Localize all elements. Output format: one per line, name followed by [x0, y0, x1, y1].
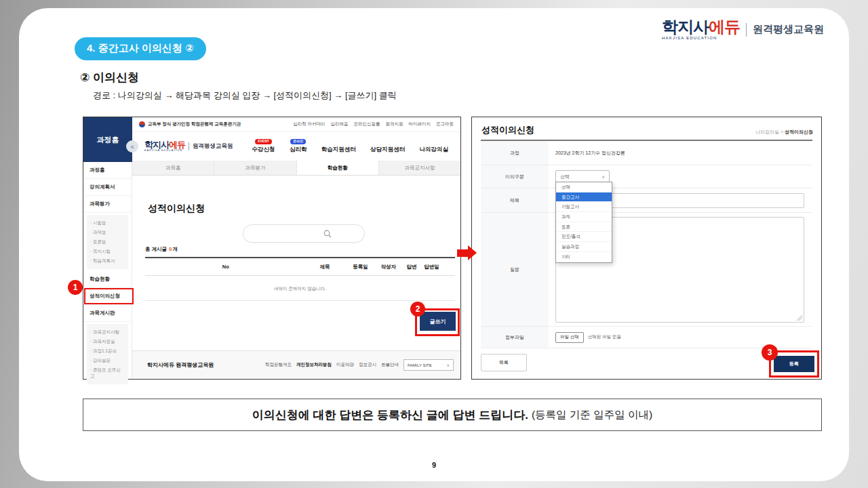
dropdown-option[interactable]: 선택 [556, 182, 612, 192]
brand-name-part2: 에듀 [709, 18, 740, 36]
utility-link[interactable]: 심리학 아카데미 [293, 121, 325, 127]
resize-handle-icon[interactable] [797, 315, 802, 321]
chevron-down-icon: ∨ [602, 174, 605, 179]
footer-brand: 학지사에듀 원격평생교육원 [147, 361, 214, 369]
course-value: 2023년 2학기 12기수 정신건강론 [549, 150, 812, 157]
footer-link[interactable]: 이용약관 [336, 362, 354, 368]
sidebar-subitem[interactable]: 학습계획서 [90, 256, 125, 266]
sidebar-subitem[interactable]: 쪽지시험 [90, 247, 125, 256]
course-tab[interactable]: 과목홈 [132, 161, 214, 175]
utility-link[interactable]: 로그아웃 [436, 121, 454, 127]
post-count-number: 0 [169, 246, 172, 252]
utility-link[interactable]: 원격지원 [386, 121, 403, 127]
main-nav: EVENT 수강신청 온라인 심리학 학습지원센터 [252, 139, 449, 154]
annotation-box-1 [84, 288, 134, 304]
dropdown-option[interactable]: 기타 [556, 252, 612, 262]
empty-row: 내역이 존재하지 않습니다. [145, 276, 455, 301]
post-count: 총 게시글 0개 [145, 246, 178, 253]
table-header-cell: 제목 [307, 264, 344, 270]
search-input[interactable] [243, 224, 365, 243]
category-label: 이의구분 [481, 165, 549, 188]
logo-divider [746, 23, 747, 37]
site-footer: 학지사에듀 원격평생교육원 학점은행개요개인정보처리방침이용약관정보공시환불안내… [132, 350, 460, 379]
footer-link[interactable]: 개인정보처리방침 [296, 362, 332, 368]
dropdown-option[interactable]: 실습과정 [556, 242, 612, 252]
search-icon [323, 230, 332, 238]
dropdown-option[interactable]: 진도/출석 [556, 232, 612, 242]
file-select-button[interactable]: 파일 선택 [555, 332, 584, 343]
breadcrumb-parent[interactable]: 나의강의실 [755, 129, 779, 134]
course-tab[interactable]: 과목평가 [214, 161, 296, 175]
form-title: 성적이의신청 [481, 124, 534, 136]
nav-label: 수강신청 [252, 146, 275, 154]
nav-label: 심리학 [290, 146, 307, 154]
nav-label: 상담지원센터 [370, 146, 405, 154]
course-tab[interactable]: 학습현황 [297, 161, 379, 175]
table-header-row: No제목등록일작성자답변답변일 [145, 258, 455, 276]
site-header: « 학지사에듀 HAKJISA EDUCATION 원격평생교육원 EVENT … [132, 132, 460, 161]
nav-item[interactable]: 나의강의실 [420, 146, 449, 154]
brand-division: 원격평생교육원 [753, 23, 824, 36]
page-number: 9 [19, 461, 849, 469]
brand-logo-text: 학지사에듀 HAKJISA EDUCATION [662, 19, 740, 40]
collapse-button[interactable]: « [126, 140, 138, 152]
utility-link[interactable]: 온라인쇼핑몰 [354, 121, 380, 127]
form-row-title: 제목 [481, 188, 812, 213]
nav-item[interactable]: 상담지원센터 [370, 146, 405, 154]
table-header-cell: 답변 [399, 264, 425, 270]
board-title: 성적이의신청 [148, 203, 205, 215]
family-site-select[interactable]: FAMILY SITE ∨ [403, 359, 454, 371]
nav-item[interactable]: 학습지원센터 [321, 146, 356, 154]
utility-link[interactable]: 심리채움 [331, 121, 349, 127]
sidebar-subitem[interactable]: 시험방 [90, 218, 125, 228]
nav-item[interactable]: 온라인 심리학 [290, 139, 307, 154]
sidebar-subitem[interactable]: 과정1:1문의 [90, 346, 125, 356]
annotation-step-2: 2 [410, 302, 425, 317]
sidebar-item-board[interactable]: 과목게시판 [83, 305, 132, 322]
sidebar-subitem[interactable]: 과목자료실 [90, 337, 125, 346]
dropdown-option[interactable]: 중간고사 [556, 192, 612, 203]
dropdown-option[interactable]: 토론 [556, 222, 612, 232]
table-header-cell: No [145, 264, 307, 270]
course-sidebar: 과정홈강의계획서과목평가 시험방과제방토론방쪽지시험학습계획서 학습현황 성적이… [83, 162, 132, 379]
brand-name-part1: 학지사 [662, 18, 709, 36]
sidebar-item[interactable]: 강의계획서 [83, 179, 132, 196]
chevron-down-icon: ∨ [447, 363, 450, 367]
category-dropdown: 선택중간고사기말고사과제토론진도/출석실습과정기타 [555, 182, 612, 263]
nav-item[interactable]: EVENT 수강신청 [252, 139, 275, 154]
course-tab[interactable]: 과목공지사항 [379, 161, 460, 175]
brand-logo: 학지사에듀 HAKJISA EDUCATION 원격평생교육원 [662, 19, 824, 40]
footer-link[interactable]: 학점은행개요 [265, 362, 292, 368]
sidebar-subitem[interactable]: 과제방 [90, 228, 125, 237]
board-content: 성적이의신청 총 게시글 0개 No제목등록일작성자답변답변일 내역이 존재하지… [132, 176, 460, 350]
site-logo[interactable]: 학지사에듀 HAKJISA EDUCATION 원격평생교육원 [144, 140, 233, 152]
objection-form-screenshot: 성적이의신청 나의강의실 > 성적이의신청 과정 2023년 2학기 12기수 … [471, 117, 822, 380]
sidebar-item-status[interactable]: 학습현황 [83, 271, 132, 288]
sidebar-item[interactable]: 과정홈 [83, 162, 132, 179]
notice-bold-text: 이의신청에 대한 답변은 등록하신 글에 답변 드립니다. [252, 407, 528, 423]
sidebar-subitem[interactable]: 콘텐츠 오류신고 [90, 365, 125, 381]
sidebar-subitem[interactable]: 과목공지사항 [90, 327, 125, 337]
nav-label: 나의강의실 [420, 146, 449, 154]
nav-label: 학습지원센터 [321, 146, 356, 154]
footer-link[interactable]: 정보공시 [359, 362, 376, 368]
sidebar-group-board: 과목공지사항과목자료실과정1:1문의강의설문콘텐츠 오류신고 [87, 324, 128, 384]
file-status-text: 선택된 파일 없음 [588, 334, 621, 340]
annotation-step-3: 3 [762, 344, 778, 361]
sidebar-subitem[interactable]: 토론방 [90, 237, 125, 247]
sidebar-subitem[interactable]: 강의설문 [90, 356, 125, 365]
dropdown-option[interactable]: 과제 [556, 212, 612, 222]
utility-link[interactable]: 마이페이지 [409, 121, 431, 127]
utility-links: 심리학 아카데미심리채움온라인쇼핑몰원격지원마이페이지로그아웃 [293, 121, 454, 127]
file-label: 첨부파일 [481, 327, 549, 348]
sidebar-group-evaluation: 시험방과제방토론방쪽지시험학습계획서 [87, 215, 128, 269]
notice-normal-text: (등록일 기준 일주일 이내) [532, 408, 652, 422]
list-button[interactable]: 목록 [481, 354, 527, 371]
form-row-category: 이의구분 선택 ∨ [481, 165, 812, 188]
course-tabs: 과목홈과목평가학습현황과목공지사항 [132, 161, 460, 176]
course-home-block: 과정홈 [83, 117, 132, 162]
dropdown-option[interactable]: 기말고사 [556, 202, 612, 212]
footer-link[interactable]: 환불안내 [381, 362, 399, 368]
sidebar-item[interactable]: 과목평가 [83, 196, 132, 213]
course-label: 과정 [481, 141, 549, 165]
